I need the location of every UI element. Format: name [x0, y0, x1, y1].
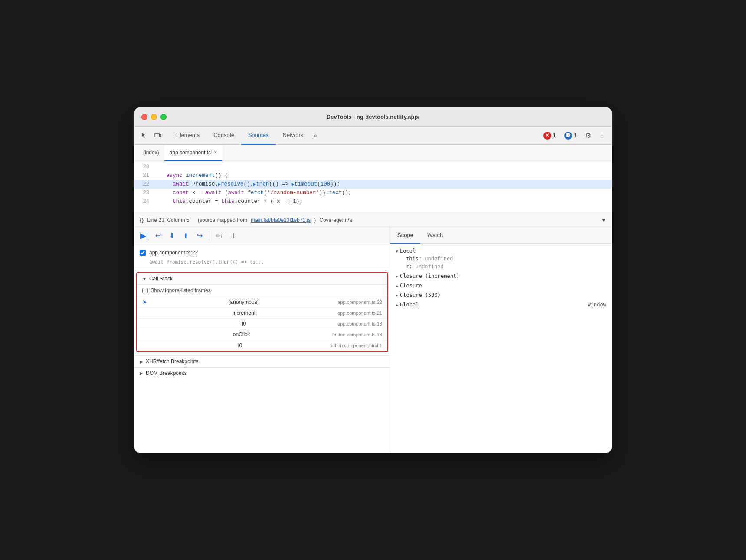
- code-line-24: 24 this.counter = this.counter + (+x || …: [134, 197, 612, 206]
- info-badge: 💬: [564, 132, 572, 140]
- tab-network[interactable]: Network: [276, 127, 311, 145]
- call-stack-item-4[interactable]: i0 button.component.html:1: [137, 340, 387, 351]
- format-icon[interactable]: {}: [140, 217, 144, 223]
- scope-group-closure: ▶ Closure: [396, 282, 606, 290]
- scope-group-local-header[interactable]: ▼ Local: [396, 247, 606, 255]
- step-over-button[interactable]: ↩: [152, 230, 164, 242]
- cs-frame-location-3: button.component.ts:18: [332, 332, 382, 337]
- svg-rect-1: [159, 134, 161, 137]
- code-editor: 20 21 async increment() { 22 await Promi…: [134, 161, 612, 213]
- scope-global-header[interactable]: ▶ Global Window: [396, 301, 606, 309]
- scope-item-this[interactable]: this: undefined: [396, 255, 606, 263]
- coverage-text: Coverage: n/a: [319, 217, 352, 223]
- xhr-collapse-icon: ▶: [140, 359, 143, 364]
- svg-rect-0: [155, 133, 159, 137]
- step-into-button[interactable]: ⬇: [166, 230, 178, 242]
- scope-group-global: ▶ Global Window: [396, 301, 606, 309]
- call-stack-section: ▼ Call Stack Show ignore-listed frames ➤…: [136, 272, 388, 352]
- cs-frame-name-1: increment: [232, 310, 255, 316]
- error-badge: ✕: [543, 132, 551, 140]
- scope-group-closure-580: ▶ Closure (580): [396, 291, 606, 299]
- info-count-button[interactable]: 💬 1: [561, 130, 580, 141]
- cursor-position: Line 23, Column 5: [147, 217, 189, 223]
- dom-breakpoints-label: DOM Breakpoints: [146, 370, 187, 376]
- toolbar-separator: [209, 231, 209, 240]
- breakpoint-code-preview: await Promise.resolve().then(() => ti...: [149, 259, 264, 265]
- breakpoint-label: app.component.ts:22: [149, 250, 198, 256]
- collapse-triangle-icon: ▼: [142, 277, 147, 281]
- minimize-button[interactable]: [151, 114, 157, 120]
- tab-watch[interactable]: Watch: [420, 227, 450, 244]
- tab-scope[interactable]: Scope: [390, 227, 420, 244]
- device-toggle-icon[interactable]: [152, 130, 164, 142]
- resume-button[interactable]: ▶|: [138, 230, 150, 242]
- call-stack-item-3[interactable]: onClick button.component.ts:18: [137, 329, 387, 340]
- right-panel: Scope Watch ▼ Local this: undefined: [390, 227, 612, 453]
- tab-elements[interactable]: Elements: [169, 127, 206, 145]
- dom-breakpoints-section[interactable]: ▶ DOM Breakpoints: [134, 367, 390, 379]
- call-stack-header[interactable]: ▼ Call Stack: [137, 273, 387, 285]
- cs-frame-location-0: app.component.ts:22: [337, 300, 382, 305]
- left-panel: ▶| ↩ ⬇ ⬆ ↪ ✏/ ⏸ app.component.ts:22 awai…: [134, 227, 390, 453]
- source-mapped-prefix: (source mapped from: [198, 217, 247, 223]
- scope-group-closure-increment: ▶ Closure (increment): [396, 272, 606, 280]
- step-out-button[interactable]: ⬆: [180, 230, 192, 242]
- closure-expand-icon: ▶: [396, 283, 398, 288]
- local-expand-icon: ▼: [396, 249, 398, 254]
- dom-collapse-icon: ▶: [140, 371, 143, 376]
- devtools-tab-bar: Elements Console Sources Network » ✕ 1: [134, 127, 612, 145]
- global-label: Global: [400, 302, 419, 308]
- closure-increment-label: Closure (increment): [400, 273, 459, 279]
- main-split-panel: ▶| ↩ ⬇ ⬆ ↪ ✏/ ⏸ app.component.ts:22 awai…: [134, 227, 612, 453]
- devtools-window: DevTools - ng-devtools.netlify.app/ Elem…: [134, 107, 612, 453]
- scope-item-r[interactable]: r: undefined: [396, 263, 606, 270]
- xhr-breakpoints-section[interactable]: ▶ XHR/fetch Breakpoints: [134, 355, 390, 367]
- source-mapped-text: [193, 217, 194, 223]
- more-options-button[interactable]: ⋮: [596, 130, 608, 142]
- maximize-button[interactable]: [160, 114, 167, 120]
- source-tab-index[interactable]: (index): [138, 145, 164, 161]
- title-bar: DevTools - ng-devtools.netlify.app/: [134, 107, 612, 127]
- code-line-21: 21 async increment() {: [134, 171, 612, 180]
- cs-frame-name-4: i0: [238, 342, 242, 348]
- scope-watch-tabs: Scope Watch: [390, 227, 612, 244]
- cs-frame-name-2: i0: [242, 321, 246, 327]
- local-group-label: Local: [400, 248, 416, 254]
- show-ignored-checkbox[interactable]: [142, 288, 148, 293]
- status-bar: {} Line 23, Column 5 (source mapped from…: [134, 213, 612, 227]
- cs-frame-location-2: app.component.ts:13: [337, 321, 382, 326]
- source-tab-app-component[interactable]: app.component.ts ✕: [164, 145, 222, 161]
- call-stack-label: Call Stack: [149, 276, 173, 282]
- scope-closure-header[interactable]: ▶ Closure: [396, 282, 606, 290]
- scope-closure-580-header[interactable]: ▶ Closure (580): [396, 291, 606, 299]
- closure-increment-expand-icon: ▶: [396, 274, 398, 279]
- tab-bar-right: ✕ 1 💬 1 ⚙ ⋮: [540, 130, 608, 142]
- tab-console[interactable]: Console: [206, 127, 241, 145]
- scope-content: ▼ Local this: undefined r: undefined: [390, 244, 612, 453]
- error-count-button[interactable]: ✕ 1: [540, 130, 560, 141]
- step-button[interactable]: ↪: [193, 230, 206, 242]
- window-title: DevTools - ng-devtools.netlify.app/: [327, 114, 419, 120]
- more-tabs-button[interactable]: »: [310, 129, 320, 142]
- close-button[interactable]: [141, 114, 147, 120]
- source-mapped-suffix: ): [314, 217, 316, 223]
- settings-button[interactable]: ⚙: [582, 130, 594, 142]
- inspect-icon[interactable]: [138, 130, 150, 142]
- close-tab-icon[interactable]: ✕: [213, 150, 217, 155]
- source-file-link[interactable]: main.fa8bfa0e23f1eb71.js: [251, 217, 311, 223]
- global-value: Window: [588, 302, 606, 308]
- breakpoint-checkbox[interactable]: [140, 250, 146, 256]
- call-stack-item-0[interactable]: ➤ (anonymous) app.component.ts:22: [137, 296, 387, 308]
- devtools-icons: [138, 130, 169, 142]
- chevron-down-icon[interactable]: ▼: [601, 217, 606, 223]
- scope-closure-increment-header[interactable]: ▶ Closure (increment): [396, 272, 606, 280]
- source-file-tab-bar: (index) app.component.ts ✕: [134, 145, 612, 161]
- call-stack-item-2[interactable]: i0 app.component.ts:13: [137, 319, 387, 329]
- cs-frame-name-3: onClick: [233, 332, 250, 338]
- tab-sources[interactable]: Sources: [241, 127, 276, 145]
- pause-on-exception-button[interactable]: ⏸: [227, 230, 239, 242]
- call-stack-item-1[interactable]: increment app.component.ts:21: [137, 308, 387, 319]
- breakpoint-item-1[interactable]: app.component.ts:22: [134, 248, 390, 257]
- closure-label: Closure: [400, 283, 422, 289]
- deactivate-breakpoints-button[interactable]: ✏/: [213, 230, 225, 242]
